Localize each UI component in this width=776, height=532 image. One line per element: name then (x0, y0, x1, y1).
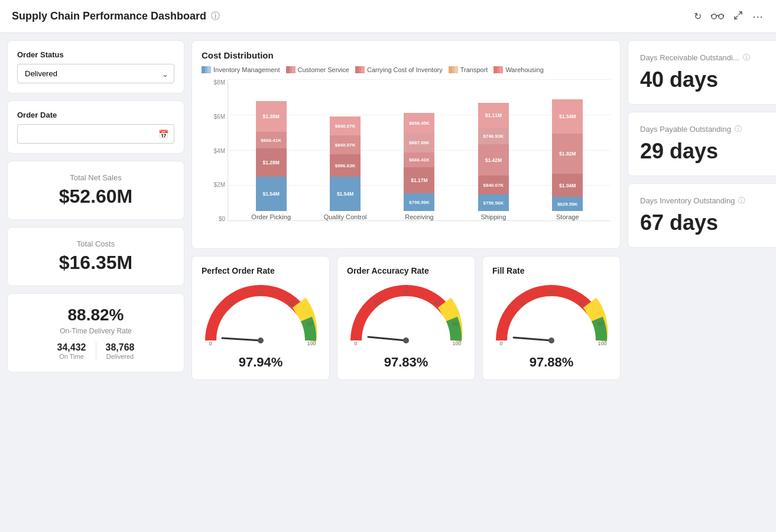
bar-segment: $666.41K (256, 132, 287, 148)
total-net-sales-value: $52.60M (17, 186, 174, 207)
days-receivable-label: Days Receivable Outstandi... ⓘ (640, 53, 776, 63)
info-icon-inventory[interactable]: ⓘ (738, 196, 745, 206)
bar-chart-wrapper: $8M $6M $4M $2M $0 (202, 79, 611, 239)
bar-segment: $666.41K (404, 153, 434, 167)
bar-x-label: Order Picking (251, 213, 291, 220)
svg-rect-2 (202, 66, 205, 73)
order-status-label: Order Status (17, 50, 174, 59)
perfect-order-rate-card: Perfect Order Rate 0 20 40 60 80 (191, 256, 330, 380)
svg-point-32 (403, 338, 409, 343)
refresh-icon[interactable]: ↻ (694, 11, 702, 22)
date-range-input[interactable]: 3/26/2023 - 5/31/2023 (17, 124, 174, 144)
header-left: Supply Chain Performance Dashboard ⓘ (12, 10, 220, 22)
metric-divider (96, 342, 96, 360)
right-column: Days Receivable Outstandi... ⓘ 40 days D… (628, 40, 776, 380)
perfect-order-rate-value: 97.94% (202, 355, 320, 370)
delivered-label: Delivered (106, 353, 135, 360)
total-costs-value: $16.35M (17, 252, 174, 274)
delivery-sub: 34,432 On Time 38,768 Delivered (17, 342, 174, 360)
info-icon-payable[interactable]: ⓘ (735, 124, 742, 134)
svg-rect-10 (361, 66, 365, 73)
bar-x-label: Receiving (405, 213, 433, 220)
bar-segment: $898.45K (404, 113, 434, 133)
svg-rect-8 (355, 66, 359, 73)
svg-text:60: 60 (434, 300, 440, 306)
legend-inventory-mgmt: Inventory Management (202, 66, 280, 73)
bar-stack: $1.54M $996.63K $840.07K $840.07K (330, 116, 360, 211)
order-status-select[interactable]: Delivered Pending Cancelled In Transit (17, 64, 174, 83)
days-inventory-value: 67 days (640, 210, 776, 235)
svg-rect-12 (452, 66, 454, 73)
order-status-card: Order Status Delivered Pending Cancelled… (7, 40, 184, 93)
svg-text:20: 20 (228, 300, 234, 306)
svg-rect-3 (205, 66, 207, 73)
svg-rect-14 (493, 66, 497, 73)
svg-rect-16 (499, 66, 503, 73)
bar-stack: $798.99K $1.17M $666.41K $887.89K (404, 113, 434, 211)
fill-rate-value: 97.88% (492, 355, 611, 370)
on-time-value: 34,432 (57, 342, 86, 353)
cost-distribution-title: Cost Distribution (202, 50, 611, 60)
bar-segment: $1.38M (256, 101, 287, 132)
days-receivable-value: 40 days (640, 67, 776, 92)
svg-line-31 (368, 337, 406, 340)
svg-text:40: 40 (403, 290, 409, 296)
more-icon[interactable]: ⋯ (752, 10, 764, 23)
order-accuracy-rate-card: Order Accuracy Rate 0 20 40 60 80 100 97… (337, 256, 475, 380)
delivery-rate-card: 88.82% On-Time Delivery Rate 34,432 On T… (7, 293, 184, 372)
svg-text:100: 100 (307, 340, 316, 346)
bar-segment: $629.59K (552, 197, 583, 211)
days-receivable-card: Days Receivable Outstandi... ⓘ 40 days (628, 40, 776, 105)
svg-point-0 (712, 14, 716, 19)
bar-segment: $840.07K (330, 116, 361, 135)
bar-group-receiving: $798.99K $1.17M $666.41K $887.89K (395, 113, 443, 220)
bar-group-shipping: $750.56K $840.07K $1.42M $746.93K (470, 103, 517, 220)
order-accuracy-rate-value: 97.83% (347, 355, 465, 370)
bar-segment: $840.07K (330, 135, 361, 154)
order-date-label: Order Date (17, 111, 174, 119)
glasses-icon[interactable] (711, 11, 724, 21)
bar-segment: $1.42M (478, 144, 509, 176)
svg-rect-9 (359, 66, 361, 73)
total-net-sales-card: Total Net Sales $52.60M (7, 161, 184, 220)
bar-group-storage: $629.59K $1.04M $1.82M $1.54M (544, 99, 591, 220)
svg-text:60: 60 (288, 300, 294, 306)
bar-segment: $1.54M (330, 177, 361, 211)
date-input-wrapper: 3/26/2023 - 5/31/2023 📅 (17, 124, 174, 144)
bar-segment: $1.04M (552, 174, 583, 197)
y-axis: $8M $6M $4M $2M $0 (202, 79, 225, 222)
svg-text:0: 0 (354, 340, 357, 346)
header: Supply Chain Performance Dashboard ⓘ ↻ ⋯ (0, 0, 776, 33)
svg-text:0: 0 (209, 340, 212, 346)
svg-text:40: 40 (258, 290, 264, 296)
svg-rect-13 (454, 66, 458, 73)
svg-rect-15 (497, 66, 499, 73)
svg-line-39 (514, 338, 551, 340)
order-accuracy-gauge: 0 20 40 60 80 100 (347, 281, 465, 352)
total-costs-label: Total Costs (17, 239, 174, 248)
bar-segment: $1.54M (256, 177, 287, 211)
expand-icon[interactable] (733, 11, 743, 22)
bar-x-label: Shipping (480, 213, 506, 220)
page-title: Supply Chain Performance Dashboard (12, 10, 206, 22)
svg-text:80: 80 (598, 321, 603, 327)
svg-rect-4 (207, 66, 211, 73)
svg-rect-7 (292, 66, 296, 73)
total-costs-card: Total Costs $16.35M (7, 227, 184, 286)
legend-carrying-cost: Carrying Cost of Inventory (355, 66, 443, 73)
fill-rate-gauge: 0 20 40 60 80 100 (492, 281, 611, 352)
fill-rate-card: Fill Rate 0 20 40 60 80 100 97.88% (482, 256, 621, 380)
perfect-order-gauge: 0 20 40 60 80 100 (202, 281, 320, 352)
order-date-card: Order Date 3/26/2023 - 5/31/2023 📅 (7, 100, 184, 154)
info-icon-receivable[interactable]: ⓘ (743, 53, 750, 63)
legend-customer-service: Customer Service (286, 66, 349, 73)
bar-segment: $1.17M (404, 167, 434, 193)
cost-distribution-card: Cost Distribution Inventory Management C… (191, 40, 621, 249)
bar-segment: $1.54M (552, 99, 583, 134)
bar-segment: $1.11M (478, 103, 509, 128)
grid-line-8m (228, 79, 611, 80)
info-icon[interactable]: ⓘ (211, 11, 220, 22)
bar-stack: $1.54M $1.28M $666.41K $1.38M (256, 101, 286, 211)
svg-text:40: 40 (548, 290, 554, 296)
svg-text:80: 80 (452, 321, 458, 327)
